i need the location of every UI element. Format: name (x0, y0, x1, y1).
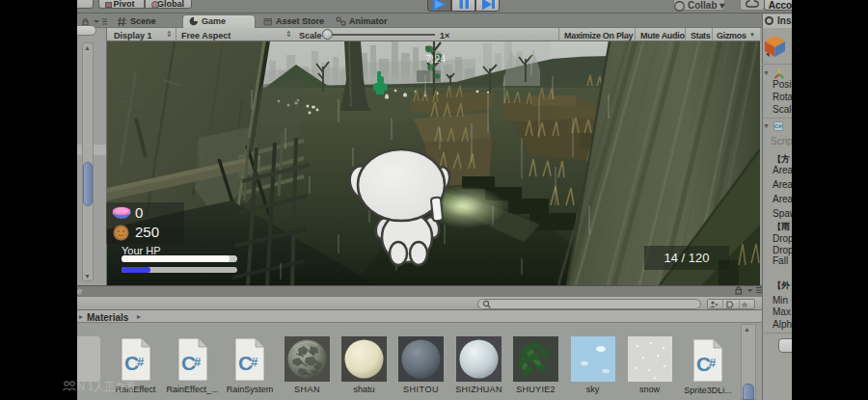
svg-text:#: # (137, 355, 145, 369)
svg-text:7:24: 7:24 (425, 53, 446, 65)
svg-text:#: # (251, 355, 258, 369)
svg-text:#: # (194, 355, 202, 369)
svg-text:#: # (709, 356, 717, 370)
